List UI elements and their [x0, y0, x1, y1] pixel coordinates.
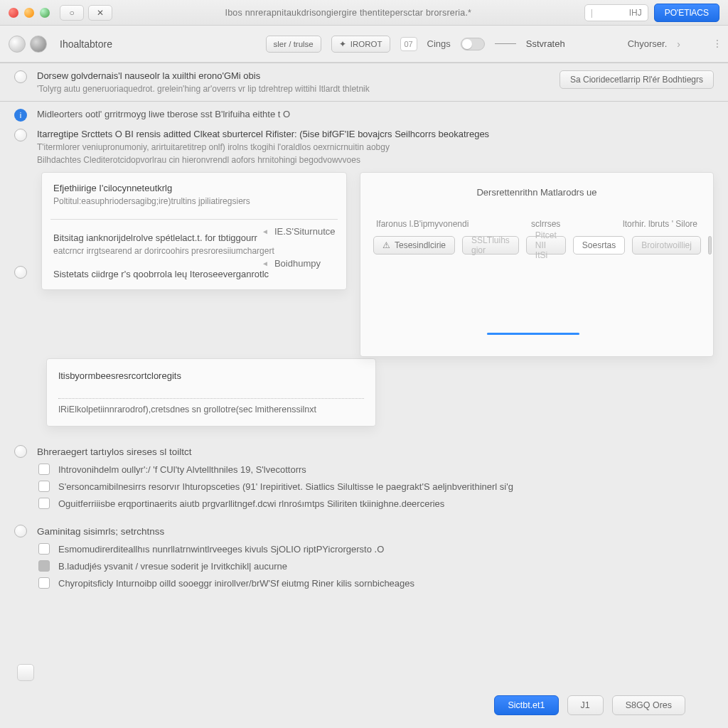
- rp-col3: ltorhir. lbruts ' Silore: [623, 219, 697, 229]
- group1-radio[interactable]: [14, 445, 27, 458]
- rp-columns: Ifaronus l.B'ipmyvonendi sclrrses ltorhi…: [373, 219, 700, 229]
- numeric-field[interactable]: | IHJ: [584, 4, 648, 21]
- rp-tool-4[interactable]: Soesrtas: [573, 236, 625, 255]
- group2-radio[interactable]: [14, 525, 27, 537]
- window-title: Ibos nnrerapnitaukdrisongiergire thentit…: [112, 8, 584, 18]
- group1-opt2-checkbox[interactable]: [38, 481, 50, 492]
- group2-opt1-checkbox[interactable]: [38, 543, 50, 555]
- group1-opt3-checkbox[interactable]: [38, 498, 50, 509]
- zoom-window-icon[interactable]: [40, 8, 50, 18]
- group2-title: Gaminitag sisimrls; setrchtnss: [37, 526, 164, 537]
- counter-badge: 07: [400, 37, 417, 51]
- footer-right-button[interactable]: S8GQ Ores: [612, 695, 685, 715]
- chip-1[interactable]: ✦IROROT: [331, 36, 390, 53]
- rp-col1: Ifaronus l.B'ipmyvonendi: [376, 219, 469, 229]
- stack-item-1[interactable]: ◄ IE.S'Siturnutce: [262, 223, 336, 240]
- rp-tool-3[interactable]: Pitcet NII ItSi: [526, 236, 566, 255]
- segmented-button[interactable]: sler / trulse: [266, 36, 321, 53]
- group1-opt1-checkbox[interactable]: [38, 464, 50, 475]
- group2-opt3-checkbox[interactable]: [38, 577, 50, 589]
- minimize-window-icon[interactable]: [24, 8, 34, 18]
- footer-mid-button[interactable]: J1: [567, 695, 604, 715]
- toolbar: Ihoaltabtore sler / trulse ✦IROROT 07 Ci…: [0, 26, 728, 63]
- option-radio-2[interactable]: [14, 129, 27, 141]
- section-1-sub: 'Tolyrg autu generuoriaquedrot. grelein'…: [37, 84, 550, 94]
- rp-tool-icon[interactable]: [708, 236, 712, 255]
- section-2-line2: Bilhdachtes Clediterotcidopvorlrau cin h…: [37, 155, 714, 165]
- rp-tool-2[interactable]: SSLTluihs gior: [462, 236, 519, 255]
- tab-dot-1[interactable]: [9, 36, 26, 53]
- disclosure-icon: ◄: [262, 259, 269, 267]
- section-2-line1: T'itermlorer veniupronumoniy, arirtuitar…: [37, 142, 714, 152]
- right-detail-panel: Dersrettenrithn Matlarodrs ue Ifaronus l…: [360, 172, 714, 357]
- tab-label: Ihoaltabtore: [60, 38, 112, 50]
- rp-tool-5[interactable]: Broirotwoilliej: [632, 236, 701, 255]
- group1-opt2-label: S'ersoncamibilnesirrs resorvır Ihturopsc…: [58, 481, 513, 492]
- lower-title: ltisbyormbeesresrcortcloregits: [58, 370, 364, 381]
- section-1-action-button[interactable]: Sa Cioridecetlarrip Rl'ér Bodhtiegrs: [560, 70, 714, 89]
- progress-track: [487, 333, 579, 335]
- group2-opt3-label: Chyropitsficly Inturnoibp oilld sooeggr …: [58, 578, 414, 589]
- section-1: Dorsew golvdernais'l nauseolr la xuilthi…: [0, 63, 728, 101]
- section-1-title: Dorsew golvdernais'l nauseolr la xuilthi…: [37, 70, 550, 81]
- group1-title: Bhreraegert tartıylos sireses sl toiltct: [37, 446, 192, 457]
- info-icon: i: [14, 109, 27, 122]
- option-radio-3[interactable]: [14, 266, 27, 279]
- group2-opt2-checkbox[interactable]: [38, 560, 50, 572]
- sparkle-icon: ✦: [339, 39, 346, 49]
- rp-toolbar: ⚠Tesesindlcirie SSLTluihs gior Pitcet NI…: [373, 236, 700, 255]
- section-2-title: Itarregtipe Srcttets O BI rensis aditted…: [37, 129, 714, 139]
- feature-toggle[interactable]: [461, 38, 485, 50]
- switch-label: Sstvrateh: [526, 38, 565, 49]
- chip-2-label: Cings: [427, 38, 451, 49]
- group2-opt2-label: B.ladudjés ysvanit / vresue soderit je I…: [58, 561, 287, 572]
- traffic-lights: [9, 8, 50, 18]
- lower-panel: ltisbyormbeesresrcortcloregits lRiElkolp…: [46, 358, 376, 427]
- titlebar: ○ ✕ Ibos nnrerapnitaukdrisongiergire the…: [0, 0, 728, 26]
- menu-icon[interactable]: ᎒: [714, 38, 719, 50]
- nav-back-button[interactable]: ○: [60, 5, 84, 21]
- stack-item-2[interactable]: ◄ Boidhumpy: [262, 255, 336, 272]
- rp-col2: sclrrses: [531, 219, 560, 229]
- numeric-field-prefix: |: [591, 8, 629, 18]
- separator-line: [495, 43, 516, 44]
- group1-opt1-label: Ihtrovonihdelm oullyr':/ 'f CUl'ty Alvte…: [58, 464, 306, 475]
- chevron-right-icon[interactable]: ›: [677, 38, 680, 50]
- info-line: Midleorters ootl' grritrmoyg liwe tberos…: [37, 109, 290, 119]
- footer-primary-button[interactable]: Sictbt.et1: [494, 695, 558, 715]
- option-radio-1[interactable]: [14, 70, 27, 83]
- disclosure-icon: ◄: [262, 228, 269, 235]
- group1-opt3-label: Oguitferriiisbe erqportinaerits aiutb pr…: [58, 498, 444, 509]
- nav-controls: ○ ✕: [60, 5, 112, 21]
- right-label: Chyorser.: [628, 38, 668, 49]
- rp-tool-1[interactable]: ⚠Tesesindlcirie: [373, 236, 455, 255]
- header-primary-button[interactable]: PO'ETlACS: [654, 4, 719, 22]
- footer-actions: Sictbt.et1 J1 S8GQ Ores: [494, 695, 685, 715]
- progress-bar: [487, 333, 579, 335]
- corner-button[interactable]: [17, 664, 34, 681]
- tab-dot-2[interactable]: [30, 36, 47, 53]
- warning-icon: ⚠: [382, 240, 390, 250]
- group2-opt1-label: Esmomudirerditeallhıs nunrllatrnwintlrve…: [58, 544, 384, 555]
- close-window-icon[interactable]: [9, 8, 18, 18]
- lower-line: lRiElkolpetiinnrarodrof),cretsdnes sn gr…: [58, 405, 364, 414]
- nav-close-button[interactable]: ✕: [88, 5, 112, 21]
- numeric-field-value: IHJ: [629, 8, 642, 18]
- rp-title: Dersrettenrithn Matlarodrs ue: [373, 187, 700, 198]
